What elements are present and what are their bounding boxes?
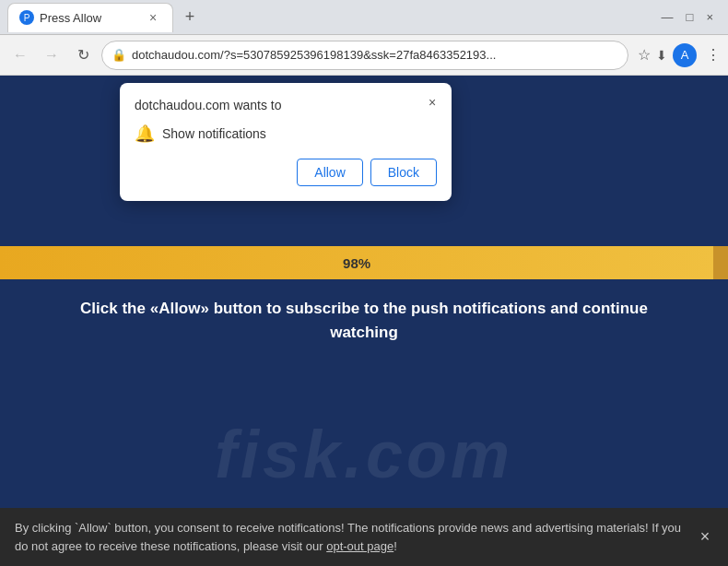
popup-buttons: Allow Block [135,159,437,186]
minimize-button[interactable]: — [662,10,674,24]
tab-favicon: P [19,10,34,25]
lock-icon: 🔒 [112,48,126,62]
bookmark-icon[interactable]: ☆ [638,46,651,64]
banner-text-end: ! [393,539,397,553]
bottom-banner: By clicking `Allow` button, you consent … [0,508,728,566]
page-content: fisk.com × dotchaudou.com wants to 🔔 Sho… [0,76,728,566]
window-close-button[interactable]: × [706,10,713,24]
browser-window: P Press Allow × + — □ × ← → ↻ 🔒 dotchaud… [0,0,728,566]
maximize-button[interactable]: □ [687,10,694,24]
popup-title: dotchaudou.com wants to [135,98,437,112]
tab-title: Press Allow [40,11,101,25]
forward-button[interactable]: → [39,42,65,68]
permission-label: Show notifications [162,126,266,141]
progress-bar-fill: 98% [0,246,713,279]
watermark-text: fisk.com [0,417,728,492]
cta-text-before: Click the « [80,300,159,317]
cta-text: Click the «Allow» button to subscribe to… [0,297,728,344]
opt-out-link[interactable]: opt-out page [326,539,393,553]
permission-row: 🔔 Show notifications [135,124,437,144]
banner-close-button[interactable]: × [693,525,717,549]
progress-text: 98% [343,255,370,271]
browser-tab[interactable]: P Press Allow × [7,3,173,32]
progress-bar-container: 98% [0,246,728,279]
toolbar: ← → ↻ 🔒 dotchaudou.com/?s=53078592539619… [0,35,728,76]
cta-allow-text: Allow [159,300,200,317]
tab-area: P Press Allow × + [7,3,647,32]
profile-button[interactable]: A [673,43,697,67]
back-button[interactable]: ← [7,42,33,68]
download-icon[interactable]: ⬇ [656,48,667,63]
popup-close-button[interactable]: × [422,92,442,112]
address-bar[interactable]: 🔒 dotchaudou.com/?s=530785925396198139&s… [101,41,628,70]
cta-text-after: » button to subscribe to the push notifi… [200,300,647,341]
bell-icon: 🔔 [135,124,155,144]
title-bar: P Press Allow × + — □ × [0,0,728,35]
address-text: dotchaudou.com/?s=530785925396198139&ssk… [132,48,618,62]
window-controls: — □ × [654,10,721,24]
menu-button[interactable]: ⋮ [706,46,721,64]
allow-button[interactable]: Allow [297,159,362,186]
block-button[interactable]: Block [370,159,437,186]
new-tab-button[interactable]: + [177,5,203,30]
tab-close-button[interactable]: × [145,9,161,26]
permission-popup: × dotchaudou.com wants to 🔔 Show notific… [120,83,452,201]
reload-button[interactable]: ↻ [70,42,96,68]
